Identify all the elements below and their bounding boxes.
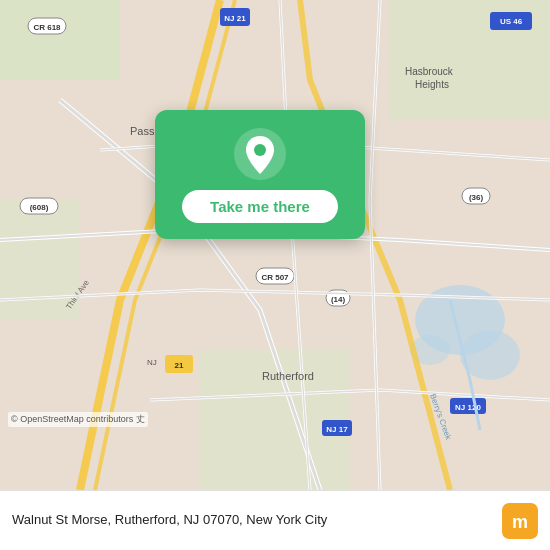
svg-text:NJ 17: NJ 17 [326,425,348,434]
svg-text:(608): (608) [30,203,49,212]
svg-text:(36): (36) [469,193,484,202]
svg-text:NJ: NJ [147,358,157,367]
moovit-logo[interactable]: m [502,503,538,539]
location-pin-icon [234,128,286,180]
svg-text:(14): (14) [331,295,346,304]
moovit-icon: m [502,503,538,539]
take-me-there-button[interactable]: Take me there [182,190,338,223]
svg-text:CR 618: CR 618 [33,23,61,32]
svg-text:NJ 21: NJ 21 [224,14,246,23]
map-container: 21 NJ US 46 NJ 21 CR 618 (608) (36) CR 5… [0,0,550,490]
svg-text:US 46: US 46 [500,17,523,26]
svg-point-36 [254,144,266,156]
osm-credit: © OpenStreetMap contributors 丈 [8,412,148,427]
svg-text:CR 507: CR 507 [261,273,289,282]
svg-text:Heights: Heights [415,79,449,90]
svg-text:21: 21 [175,361,184,370]
address-text: Walnut St Morse, Rutherford, NJ 07070, N… [12,512,494,529]
navigation-card: Take me there [155,110,365,239]
svg-text:Hasbrouck: Hasbrouck [405,66,454,77]
svg-rect-4 [0,0,120,80]
svg-text:Rutherford: Rutherford [262,370,314,382]
svg-text:m: m [512,512,528,532]
bottom-bar: Walnut St Morse, Rutherford, NJ 07070, N… [0,490,550,550]
